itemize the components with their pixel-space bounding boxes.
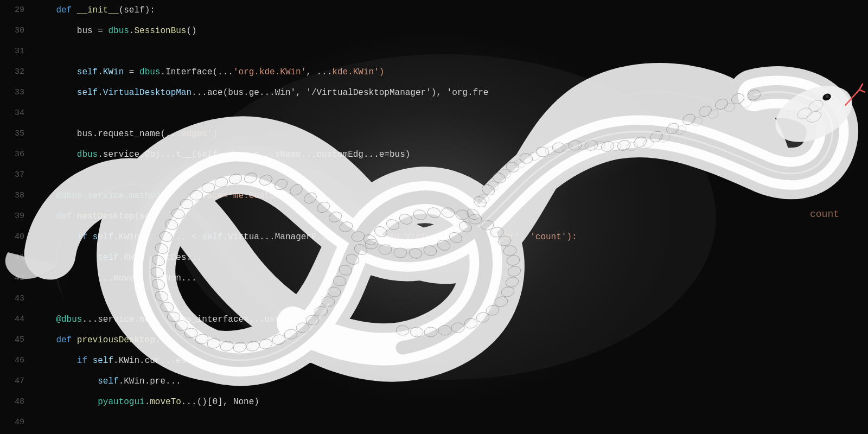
code-line: 38 @dbus.service.method...interface='me.… xyxy=(0,186,868,206)
code-token: t__(self, dbus.s xyxy=(176,144,259,165)
code-token: . xyxy=(129,21,135,41)
line-number: 45 xyxy=(5,330,35,350)
code-token: edges') xyxy=(181,124,218,144)
code-token: def xyxy=(56,330,76,350)
code-token xyxy=(35,268,98,289)
code-token: if xyxy=(77,227,93,247)
line-number: 49 xyxy=(5,412,35,433)
code-line: 41 self.KWin.nextDes... xyxy=(0,247,868,268)
code-token: ... xyxy=(249,309,265,330)
code-token: def xyxy=(56,206,76,227)
code-token: < xyxy=(186,227,202,247)
code-line: 29 def __init__(self): xyxy=(0,0,868,21)
code-token: bus xyxy=(77,21,93,41)
code-token xyxy=(35,144,77,165)
code-token: ... xyxy=(155,330,171,350)
code-token: previousDesktop xyxy=(77,330,155,350)
code-token xyxy=(35,186,56,206)
code-line: 43 xyxy=(0,289,868,309)
code-token: .KWin.nextDes xyxy=(119,247,187,268)
code-token: ... xyxy=(82,309,98,330)
code-editor: 29 def __init__(self):30 bus = dbus.Sess… xyxy=(0,0,868,434)
code-token: ... xyxy=(259,144,275,165)
code-token: bus_interface= xyxy=(176,309,248,330)
code-token: ... xyxy=(181,268,197,289)
code-token: kde.KWin') xyxy=(332,62,384,82)
code-token: (self xyxy=(134,206,160,227)
code-token: self xyxy=(77,62,98,82)
code-token: .service.Obj xyxy=(98,144,160,165)
code-token: interface='me.CustomE xyxy=(176,186,285,206)
code-token xyxy=(35,82,77,103)
code-token: ace(bus.ge xyxy=(207,82,259,103)
code-token xyxy=(35,227,77,247)
code-token: .KWin.pre xyxy=(119,371,165,392)
code-line: 49 xyxy=(0,412,868,433)
line-number: 43 xyxy=(5,289,35,309)
code-token: . xyxy=(98,82,103,103)
code-token: VirtualDesktopMan xyxy=(103,82,192,103)
code-token: dbus xyxy=(77,144,98,165)
code-line: 44 @dbus...service.meth...bus_interface=… xyxy=(0,309,868,330)
code-token xyxy=(35,206,56,227)
code-token: = xyxy=(124,62,139,82)
code-token: ... xyxy=(291,309,307,330)
code-line: 46 if self.KWin.cur...esktop() > ... xyxy=(0,350,868,371)
code-token: def xyxy=(56,0,76,21)
line-number: 33 xyxy=(5,82,35,103)
code-token: .KWin.curre xyxy=(113,227,171,247)
code-token: ustom xyxy=(265,309,291,330)
line-number: 40 xyxy=(5,227,35,247)
code-token: self xyxy=(98,247,118,268)
code-token: self xyxy=(93,227,113,247)
code-token xyxy=(35,309,56,330)
code-token: .KWin.cur xyxy=(113,350,160,371)
code-token: ... xyxy=(160,350,176,371)
code-token: ... xyxy=(171,227,187,247)
code-token: ... xyxy=(186,247,202,268)
code-token: esktop() > xyxy=(176,350,228,371)
code-line: 35 bus.request_name(...edges') xyxy=(0,124,868,144)
code-token: dbus xyxy=(139,62,160,82)
code-token: ... xyxy=(285,186,301,206)
code-token: ... xyxy=(228,350,248,371)
code-token: ... xyxy=(317,227,333,247)
code-token: SessionBus xyxy=(134,21,186,41)
code-token: = xyxy=(93,21,108,41)
code-token: ... xyxy=(218,62,233,82)
code-token: ... xyxy=(259,82,275,103)
line-number: 38 xyxy=(5,186,35,206)
code-token: ... xyxy=(160,144,176,165)
code-token: if xyxy=(77,350,93,371)
code-token: pyautogui xyxy=(98,392,144,412)
code-line: 40 if self.KWin.curre... < self.Virtua..… xyxy=(0,227,868,247)
line-number: 37 xyxy=(5,165,35,186)
code-token: ... xyxy=(160,206,176,227)
code-token: ... xyxy=(160,309,176,330)
code-token: ManagerP xyxy=(275,227,317,247)
code-token xyxy=(35,21,77,41)
code-line: 42 ...moveTo(0, Non... xyxy=(0,268,868,289)
line-number: 48 xyxy=(5,392,35,412)
line-number: 30 xyxy=(5,21,35,41)
code-token: ... xyxy=(160,186,176,206)
code-token: e=bus) xyxy=(379,144,411,165)
code-token: . xyxy=(98,62,103,82)
code-line: 31 xyxy=(0,41,868,62)
code-line: 34 xyxy=(0,103,868,124)
line-number: 35 xyxy=(5,124,35,144)
code-line: 30 bus = dbus.SessionBus() xyxy=(0,21,868,41)
code-token: ... xyxy=(363,144,379,165)
code-token xyxy=(35,124,77,144)
line-number: 31 xyxy=(5,41,35,62)
line-number: 46 xyxy=(5,350,35,371)
code-token: ... xyxy=(259,227,275,247)
line-number: 34 xyxy=(5,103,35,124)
code-token xyxy=(35,247,98,268)
code-token xyxy=(35,62,77,82)
code-line: 36 dbus.service.Obj...t__(self, dbus.s..… xyxy=(0,144,868,165)
code-token xyxy=(35,350,77,371)
line-number: 39 xyxy=(5,206,35,227)
code-token: dbus xyxy=(108,21,129,41)
code-token: @dbus.service.method xyxy=(56,186,160,206)
